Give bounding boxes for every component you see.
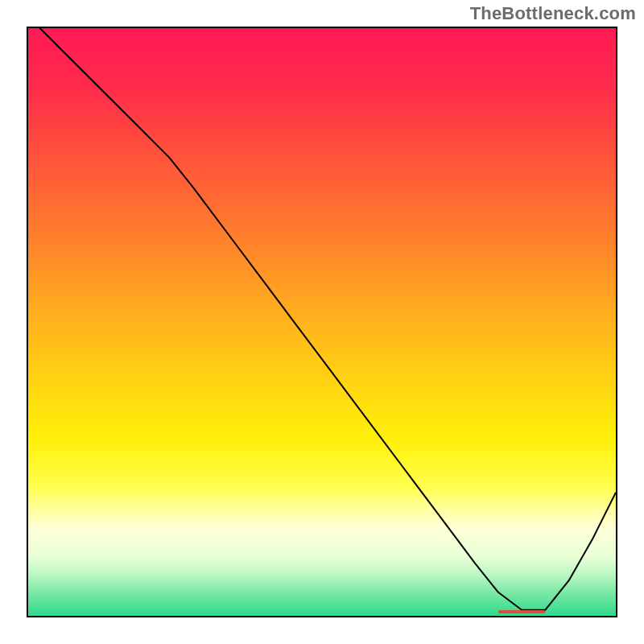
chart-svg [28, 28, 616, 616]
optimal-range-marker [498, 610, 545, 613]
attribution-link[interactable]: TheBottleneck.com [470, 3, 636, 24]
chart-container: TheBottleneck.com [0, 0, 644, 644]
chart-background [28, 28, 616, 616]
plot-area [27, 27, 617, 617]
